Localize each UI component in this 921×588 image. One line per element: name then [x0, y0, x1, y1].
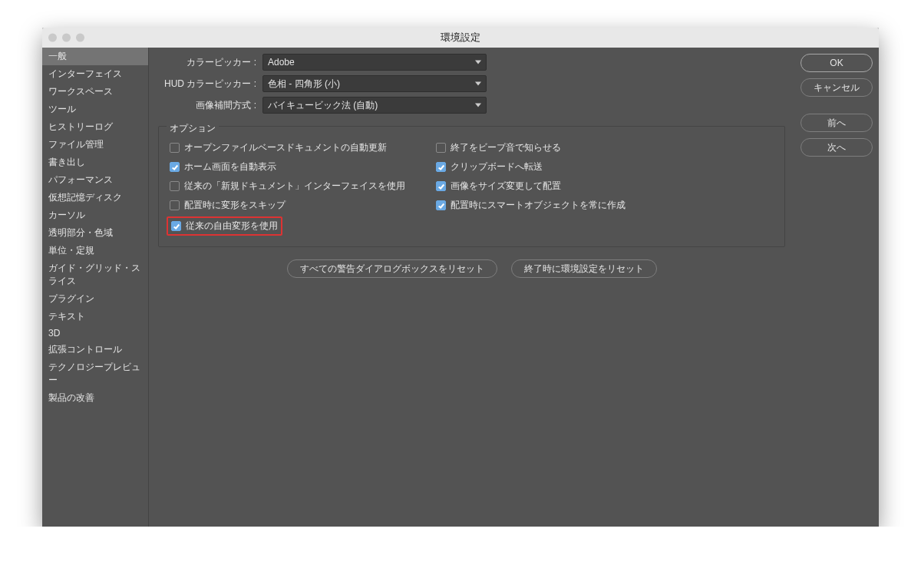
sidebar-item-12[interactable]: ガイド・グリッド・スライス	[42, 259, 148, 290]
sidebar-item-9[interactable]: カーソル	[42, 206, 148, 224]
option-left-0[interactable]: オープンファイルベースドキュメントの自動更新	[170, 141, 405, 154]
preferences-dialog: 環境設定 一般インターフェイスワークスペースツールヒストリーログファイル管理書き…	[42, 28, 879, 527]
color-picker-label: カラーピッカー :	[158, 56, 256, 69]
sidebar-item-14[interactable]: テキスト	[42, 308, 148, 325]
option-left-2[interactable]: 従来の「新規ドキュメント」インターフェイスを使用	[170, 180, 405, 193]
options-title: オプション	[167, 122, 219, 135]
interp-select[interactable]: バイキュービック法 (自動)	[262, 97, 487, 114]
checkbox[interactable]	[170, 162, 180, 172]
checkbox-label: オープンファイルベースドキュメントの自動更新	[184, 141, 387, 154]
cancel-button[interactable]: キャンセル	[801, 78, 873, 97]
window-controls	[48, 34, 84, 42]
checkbox-label: 配置時に変形をスキップ	[184, 199, 286, 212]
sidebar-item-4[interactable]: ヒストリーログ	[42, 118, 148, 136]
hud-picker-select[interactable]: 色相 - 四角形 (小)	[262, 75, 487, 92]
sidebar-item-2[interactable]: ワークスペース	[42, 83, 148, 101]
checkbox-label: 画像をサイズ変更して配置	[451, 180, 561, 193]
checkbox[interactable]	[170, 200, 180, 210]
color-picker-select[interactable]: Adobe	[262, 54, 487, 71]
checkbox[interactable]	[436, 200, 446, 210]
checkbox-label: クリップボードへ転送	[451, 160, 543, 173]
traffic-light-min[interactable]	[62, 34, 71, 42]
reset-on-quit-button[interactable]: 終了時に環境設定をリセット	[511, 259, 657, 278]
sidebar-item-6[interactable]: 書き出し	[42, 154, 148, 171]
checkbox[interactable]	[170, 143, 180, 153]
sidebar-item-1[interactable]: インターフェイス	[42, 65, 148, 83]
sidebar-item-13[interactable]: プラグイン	[42, 290, 148, 308]
checkbox[interactable]	[170, 181, 180, 191]
sidebar-item-3[interactable]: ツール	[42, 101, 148, 118]
checkbox-label: 終了をビープ音で知らせる	[451, 141, 561, 154]
sidebar-item-11[interactable]: 単位・定規	[42, 242, 148, 259]
checkbox-label: 従来の「新規ドキュメント」インターフェイスを使用	[184, 180, 405, 193]
dialog-content: 一般インターフェイスワークスペースツールヒストリーログファイル管理書き出しパフォ…	[42, 48, 879, 527]
checkbox[interactable]	[436, 181, 446, 191]
traffic-light-max[interactable]	[76, 34, 84, 42]
dialog-title: 環境設定	[441, 31, 480, 45]
sidebar-item-15[interactable]: 3D	[42, 325, 148, 341]
option-right-1[interactable]: クリップボードへ転送	[436, 160, 626, 173]
checkbox-label: ホーム画面を自動表示	[184, 160, 276, 173]
sidebar-item-17[interactable]: テクノロジープレビュー	[42, 358, 148, 389]
prev-button[interactable]: 前へ	[801, 114, 873, 132]
interp-label: 画像補間方式 :	[158, 99, 256, 112]
checkbox[interactable]	[436, 162, 446, 172]
highlighted-option: 従来の自由変形を使用	[167, 216, 282, 236]
sidebar-item-7[interactable]: パフォーマンス	[42, 171, 148, 189]
option-right-0[interactable]: 終了をビープ音で知らせる	[436, 141, 626, 154]
checkbox[interactable]	[436, 143, 446, 153]
sidebar: 一般インターフェイスワークスペースツールヒストリーログファイル管理書き出しパフォ…	[42, 48, 149, 527]
option-right-2[interactable]: 画像をサイズ変更して配置	[436, 180, 626, 193]
titlebar: 環境設定	[42, 28, 879, 48]
option-right-3[interactable]: 配置時にスマートオブジェクトを常に作成	[436, 199, 626, 212]
sidebar-item-8[interactable]: 仮想記憶ディスク	[42, 189, 148, 206]
hud-picker-label: HUD カラーピッカー :	[158, 78, 256, 91]
sidebar-item-16[interactable]: 拡張コントロール	[42, 341, 148, 358]
checkbox-label: 配置時にスマートオブジェクトを常に作成	[451, 199, 626, 212]
option-left-1[interactable]: ホーム画面を自動表示	[170, 160, 405, 173]
next-button[interactable]: 次へ	[801, 138, 873, 157]
traffic-light-close[interactable]	[48, 34, 57, 42]
sidebar-item-0[interactable]: 一般	[42, 48, 148, 65]
checkbox-label: 従来の自由変形を使用	[186, 220, 278, 233]
main-panel: カラーピッカー : Adobe HUD カラーピッカー : 色相 - 四角形 (…	[149, 48, 794, 527]
options-group: オプション オープンファイルベースドキュメントの自動更新ホーム画面を自動表示従来…	[158, 126, 785, 247]
ok-button[interactable]: OK	[801, 54, 873, 72]
reset-warnings-button[interactable]: すべての警告ダイアログボックスをリセット	[287, 259, 497, 278]
sidebar-item-10[interactable]: 透明部分・色域	[42, 224, 148, 242]
option-left-4[interactable]: 従来の自由変形を使用	[170, 218, 405, 234]
sidebar-item-18[interactable]: 製品の改善	[42, 389, 148, 407]
sidebar-item-5[interactable]: ファイル管理	[42, 136, 148, 154]
checkbox[interactable]	[171, 221, 181, 231]
right-buttons: OK キャンセル 前へ 次へ	[794, 48, 879, 527]
option-left-3[interactable]: 配置時に変形をスキップ	[170, 199, 405, 212]
